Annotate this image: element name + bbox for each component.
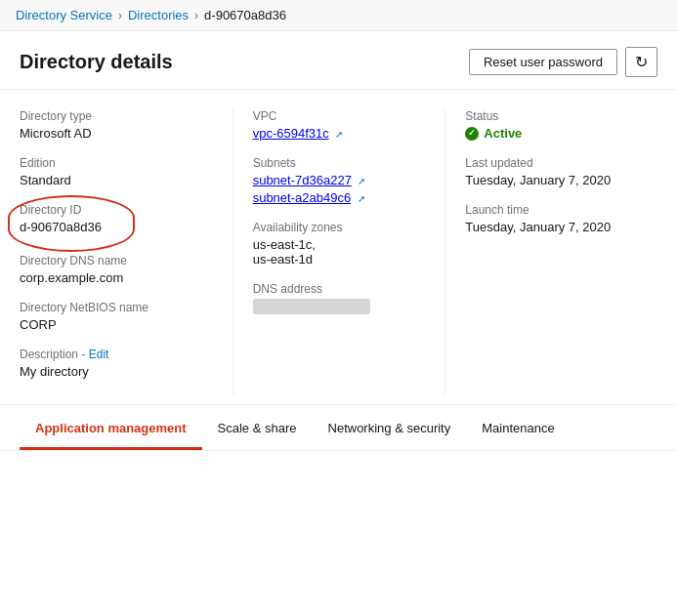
- dns-address-group: DNS address: [253, 282, 436, 315]
- edition-group: Edition Standard: [20, 156, 223, 187]
- description-edit-link[interactable]: Edit: [89, 348, 109, 361]
- dns-name-group: Directory DNS name corp.example.com: [20, 254, 223, 285]
- page-header: Directory details Reset user password ↻: [0, 31, 677, 90]
- edition-value: Standard: [20, 173, 223, 187]
- last-updated-value: Tuesday, January 7, 2020: [465, 173, 648, 187]
- description-value: My directory: [20, 364, 223, 379]
- tab-application-management[interactable]: Application management: [20, 409, 202, 450]
- dns-name-label: Directory DNS name: [20, 254, 223, 267]
- directory-type-label: Directory type: [20, 109, 223, 123]
- directory-id-value: d-90670a8d36: [20, 220, 102, 234]
- header-actions: Reset user password ↻: [469, 47, 657, 77]
- subnets-label: Subnets: [253, 156, 436, 170]
- subnet2-value: subnet-a2ab49c6 ➚: [253, 190, 436, 205]
- directory-id-group: Directory ID d-90670a8d36: [20, 203, 102, 234]
- vpc-group: VPC vpc-6594f31c ➚: [253, 109, 436, 141]
- subnet2-link[interactable]: subnet-a2ab49c6: [253, 190, 351, 205]
- status-value: Active: [465, 126, 648, 141]
- breadcrumb-link-directories[interactable]: Directories: [128, 8, 189, 22]
- subnet1-value: subnet-7d36a227 ➚: [253, 173, 436, 187]
- dns-address-label: DNS address: [253, 282, 436, 296]
- description-label: Description - Edit: [20, 348, 223, 361]
- directory-id-label: Directory ID: [20, 203, 102, 217]
- az-label: Availability zones: [253, 221, 436, 234]
- netbios-label: Directory NetBIOS name: [20, 301, 223, 314]
- dns-name-value: corp.example.com: [20, 270, 223, 285]
- dns-address-value: [253, 299, 370, 314]
- tab-scale-and-share[interactable]: Scale & share: [202, 409, 313, 450]
- subnets-group: Subnets subnet-7d36a227 ➚ subnet-a2ab49c…: [253, 156, 436, 205]
- tab-networking-and-security[interactable]: Networking & security: [313, 409, 467, 450]
- details-area: Directory type Microsoft AD Edition Stan…: [0, 90, 677, 405]
- breadcrumb-current: d-90670a8d36: [204, 8, 286, 22]
- last-updated-group: Last updated Tuesday, January 7, 2020: [465, 156, 648, 187]
- subnet1-external-link-icon: ➚: [358, 176, 365, 186]
- last-updated-label: Last updated: [465, 156, 648, 170]
- refresh-icon: ↻: [635, 53, 648, 71]
- tabs-bar: Application managementScale & shareNetwo…: [0, 409, 677, 451]
- status-label: Status: [465, 109, 648, 123]
- edition-label: Edition: [20, 156, 223, 170]
- netbios-value: CORP: [20, 317, 223, 332]
- vpc-value: vpc-6594f31c ➚: [253, 126, 436, 141]
- launch-time-group: Launch time Tuesday, January 7, 2020: [465, 203, 648, 234]
- launch-time-label: Launch time: [465, 203, 648, 217]
- details-col-2: VPC vpc-6594f31c ➚ Subnets subnet-7d36a2…: [233, 109, 445, 394]
- details-col-3: Status Active Last updated Tuesday, Janu…: [444, 109, 657, 394]
- az-group: Availability zones us-east-1c,us-east-1d: [253, 221, 436, 267]
- tab-maintenance[interactable]: Maintenance: [466, 409, 570, 450]
- breadcrumb: Directory Service › Directories › d-9067…: [0, 0, 677, 31]
- directory-type-value: Microsoft AD: [20, 126, 223, 141]
- breadcrumb-sep-1: ›: [118, 9, 122, 22]
- refresh-button[interactable]: ↻: [625, 47, 657, 77]
- breadcrumb-sep-2: ›: [194, 9, 198, 22]
- status-group: Status Active: [465, 109, 648, 141]
- breadcrumb-link-directory-service[interactable]: Directory Service: [16, 8, 112, 22]
- launch-time-value: Tuesday, January 7, 2020: [465, 220, 648, 234]
- description-group: Description - Edit My directory: [20, 348, 223, 379]
- vpc-label: VPC: [253, 109, 436, 123]
- subnet1-link[interactable]: subnet-7d36a227: [253, 173, 352, 187]
- vpc-external-link-icon: ➚: [335, 129, 343, 140]
- details-col-1: Directory type Microsoft AD Edition Stan…: [20, 109, 233, 394]
- directory-type-group: Directory type Microsoft AD: [20, 109, 223, 141]
- reset-user-password-button[interactable]: Reset user password: [469, 49, 617, 75]
- subnet2-external-link-icon: ➚: [358, 193, 365, 204]
- az-value: us-east-1c,us-east-1d: [253, 237, 436, 267]
- netbios-group: Directory NetBIOS name CORP: [20, 301, 223, 332]
- vpc-link[interactable]: vpc-6594f31c: [253, 126, 329, 141]
- page-title: Directory details: [20, 51, 173, 73]
- status-active-icon: [465, 127, 479, 141]
